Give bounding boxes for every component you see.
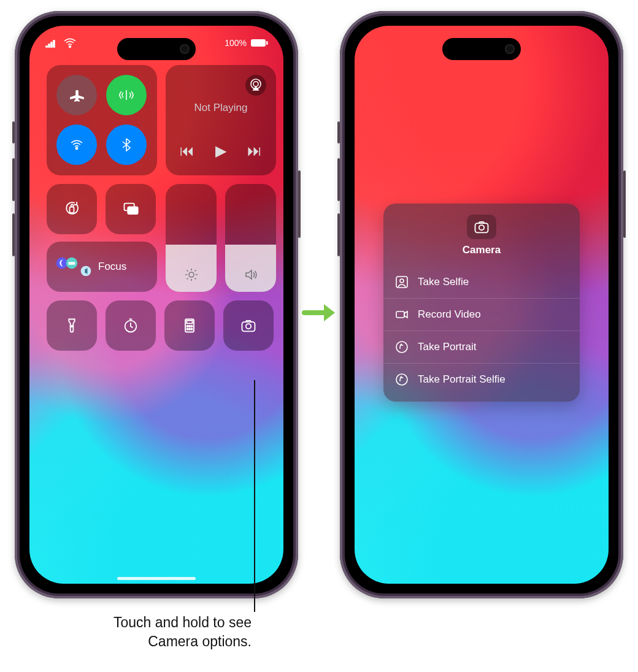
svg-point-22 [189, 329, 190, 330]
side-button-volume-up [12, 158, 15, 201]
portrait-icon [394, 340, 409, 354]
callout-text: Touch and hold to see Camera options. [92, 613, 252, 651]
record-video-action[interactable]: Record Video [383, 298, 580, 330]
forward-button[interactable]: ⏭ [247, 142, 262, 159]
svg-point-27 [479, 225, 484, 230]
wifi-toggle[interactable] [56, 124, 97, 165]
phone-bezel: Camera Take Selfie Record Video [345, 16, 618, 594]
rewind-button[interactable]: ⏮ [180, 142, 194, 159]
svg-point-31 [396, 342, 407, 353]
calculator-button[interactable] [164, 300, 215, 351]
svg-point-0 [69, 46, 71, 48]
home-indicator[interactable] [117, 577, 196, 580]
portrait-selfie-icon [394, 372, 409, 387]
svg-rect-30 [396, 311, 404, 318]
action-label: Record Video [418, 308, 481, 321]
airplay-button[interactable] [245, 75, 266, 96]
focus-label: Focus [98, 261, 126, 273]
phone-screen: 100% Not Playing ⏮ [29, 26, 283, 584]
timer-button[interactable] [106, 300, 156, 351]
svg-point-3 [75, 147, 77, 149]
side-button-volume-down [337, 213, 340, 256]
svg-point-20 [191, 326, 192, 327]
svg-point-29 [400, 279, 404, 283]
transport-controls: ⏮ ▶ ⏭ [166, 142, 276, 159]
svg-point-23 [191, 329, 192, 330]
cellular-data-toggle[interactable] [106, 75, 147, 115]
side-button-power [298, 170, 301, 238]
svg-rect-2 [266, 41, 268, 45]
side-button-volume-down [12, 213, 15, 256]
brightness-slider[interactable] [166, 184, 217, 292]
popover-title: Camera [463, 244, 501, 256]
svg-rect-17 [186, 321, 192, 324]
figure-two-iphones: 100% Not Playing ⏮ [0, 0, 638, 672]
arrow-icon [302, 300, 339, 325]
action-label: Take Selfie [418, 276, 469, 288]
take-portrait-selfie-action[interactable]: Take Portrait Selfie [383, 363, 580, 395]
row-panel [47, 184, 157, 234]
play-button[interactable]: ▶ [215, 142, 226, 159]
wifi-icon [63, 36, 77, 50]
svg-point-13 [189, 272, 194, 277]
bed-icon [65, 256, 79, 270]
connectivity-panel[interactable] [47, 65, 157, 175]
media-title: Not Playing [166, 102, 276, 114]
take-selfie-action[interactable]: Take Selfie [383, 266, 580, 298]
svg-rect-11 [69, 262, 75, 265]
camera-button[interactable] [223, 300, 274, 351]
brightness-icon [184, 267, 199, 282]
volume-slider[interactable] [225, 184, 276, 292]
phone-screen: Camera Take Selfie Record Video [355, 26, 609, 584]
mute-icon [80, 265, 92, 277]
bluetooth-toggle[interactable] [106, 124, 147, 165]
svg-point-25 [246, 324, 251, 329]
popover-list: Take Selfie Record Video Take Portrait [383, 264, 580, 398]
action-label: Take Portrait [418, 341, 476, 353]
dynamic-island [117, 38, 196, 60]
svg-point-19 [189, 326, 190, 327]
slider-row [166, 184, 276, 292]
focus-button[interactable]: Focus [47, 242, 157, 292]
svg-rect-8 [128, 207, 137, 215]
svg-point-4 [253, 82, 258, 86]
camera-app-icon [467, 215, 496, 239]
svg-point-21 [186, 329, 188, 330]
side-button-volume-up [337, 158, 340, 201]
svg-rect-28 [396, 277, 407, 288]
screen-mirroring-button[interactable] [106, 184, 156, 234]
battery-percent: 100% [225, 38, 247, 48]
take-portrait-action[interactable]: Take Portrait [383, 330, 580, 363]
popover-header[interactable]: Camera [383, 204, 580, 264]
svg-point-18 [186, 326, 188, 327]
video-icon [394, 307, 409, 322]
media-panel[interactable]: Not Playing ⏮ ▶ ⏭ [166, 65, 276, 175]
bottom-row [47, 300, 276, 351]
side-button-silence [12, 121, 15, 143]
phone-bezel: 100% Not Playing ⏮ [20, 16, 293, 594]
cellular-signal-icon [44, 36, 59, 50]
battery-icon [250, 39, 269, 47]
dynamic-island [442, 38, 521, 60]
callout-line [254, 380, 255, 612]
iphone-left: 100% Not Playing ⏮ [15, 11, 298, 598]
side-button-power [623, 170, 626, 238]
svg-rect-1 [251, 39, 266, 47]
svg-point-32 [396, 374, 407, 385]
svg-point-14 [71, 326, 72, 327]
camera-quick-actions-popover: Camera Take Selfie Record Video [383, 204, 580, 402]
selfie-icon [394, 275, 409, 289]
volume-icon [244, 267, 258, 282]
svg-rect-6 [70, 207, 74, 213]
side-button-silence [337, 121, 340, 143]
flashlight-button[interactable] [47, 300, 97, 351]
front-camera [505, 44, 515, 54]
iphone-right: Camera Take Selfie Record Video [340, 11, 623, 598]
airplane-mode-toggle[interactable] [56, 75, 97, 115]
front-camera [180, 44, 190, 54]
orientation-lock-button[interactable] [47, 184, 97, 234]
action-label: Take Portrait Selfie [418, 373, 505, 386]
